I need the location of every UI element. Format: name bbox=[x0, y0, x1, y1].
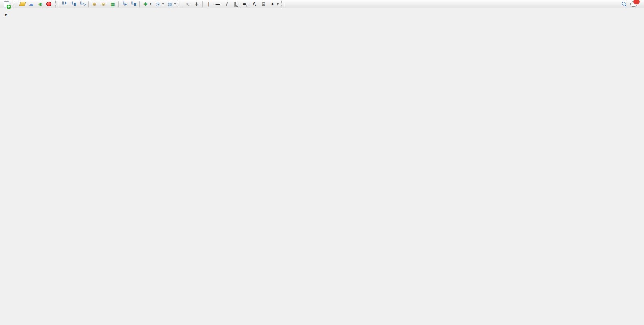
cursor-button[interactable]: ↖ bbox=[183, 0, 192, 8]
notification-badge bbox=[633, 0, 640, 4]
auto-scroll-icon: ╙▸ bbox=[121, 1, 128, 7]
clock-icon: ◷ bbox=[155, 1, 161, 7]
text-button[interactable]: A bbox=[250, 0, 259, 8]
new-order-button[interactable] bbox=[2, 0, 13, 8]
crosshair-icon: ✛ bbox=[194, 1, 200, 7]
chart-shift-button[interactable]: ╙▪ bbox=[129, 0, 138, 8]
arrows-icon: ✦ bbox=[269, 1, 276, 7]
arrows-button[interactable]: ✦▾ bbox=[268, 0, 280, 8]
fibonacci-button[interactable]: ≡F bbox=[241, 0, 250, 8]
profile-icon: ☁ bbox=[28, 1, 34, 7]
toolbar-separator bbox=[202, 1, 203, 7]
text-label-icon: ⌸ bbox=[260, 1, 266, 7]
chart-canvas[interactable] bbox=[0, 0, 644, 325]
new-order-icon bbox=[4, 1, 9, 7]
indicators-icon: ✚ bbox=[142, 1, 148, 7]
zoom-in-button[interactable]: ⊕ bbox=[90, 0, 99, 8]
vertical-line-icon: | bbox=[206, 1, 212, 7]
toolbar-grip bbox=[281, 1, 285, 7]
horizontal-line-icon: — bbox=[215, 1, 221, 7]
template-icon: ▧ bbox=[167, 1, 173, 7]
channel-icon: ∥E bbox=[233, 1, 239, 7]
periods-button[interactable]: ◷▾ bbox=[153, 0, 165, 8]
trendline-icon: ∕ bbox=[224, 1, 230, 7]
styler-button[interactable] bbox=[18, 0, 27, 8]
indicators-button[interactable]: ✚▾ bbox=[141, 0, 153, 8]
search-icon bbox=[621, 1, 627, 7]
chevron-down-icon: ▾ bbox=[174, 2, 176, 6]
templates-button[interactable]: ▧▾ bbox=[165, 0, 177, 8]
horizontal-line-button[interactable]: — bbox=[213, 0, 222, 8]
auto-trading-icon bbox=[46, 2, 51, 6]
bar-chart-icon: ╙╹ bbox=[61, 1, 67, 7]
auto-trading-button[interactable] bbox=[45, 0, 54, 8]
toolbar: ☁ ◉ ╙╹ ╙▮ ╙∿ ⊕ ⊖ ▦ ╙▸ ╙▪ ✚▾ ◷▾ ▧▾ ↖ ✛ | … bbox=[0, 0, 644, 8]
styler-icon bbox=[19, 2, 26, 6]
candlestick-button[interactable]: ╙▮ bbox=[69, 0, 78, 8]
channel-button[interactable]: ∥E bbox=[231, 0, 241, 8]
tile-windows-button[interactable]: ▦ bbox=[108, 0, 117, 8]
toolbar-separator bbox=[88, 1, 89, 7]
chart-shift-icon: ╙▪ bbox=[131, 1, 137, 7]
zoom-in-icon: ⊕ bbox=[91, 1, 97, 7]
chevron-down-icon: ▾ bbox=[150, 2, 151, 6]
toolbar-separator bbox=[118, 1, 119, 7]
zoom-out-button[interactable]: ⊖ bbox=[99, 0, 108, 8]
line-chart-icon: ╙∿ bbox=[80, 1, 86, 7]
crosshair-button[interactable]: ✛ bbox=[192, 0, 201, 8]
bar-chart-button[interactable]: ╙╹ bbox=[60, 0, 69, 8]
fibonacci-icon: ≡F bbox=[242, 1, 248, 7]
line-chart-button[interactable]: ╙∿ bbox=[78, 0, 87, 8]
notifications-button[interactable] bbox=[629, 0, 639, 8]
text-icon: A bbox=[251, 1, 257, 7]
chevron-down-icon: ▾ bbox=[277, 2, 279, 6]
search-button[interactable] bbox=[620, 0, 629, 8]
zoom-out-icon: ⊖ bbox=[100, 1, 107, 7]
cursor-icon: ↖ bbox=[185, 1, 191, 7]
toolbar-grip bbox=[179, 1, 182, 7]
signals-button[interactable]: ◉ bbox=[36, 0, 45, 8]
profile-button[interactable]: ☁ bbox=[27, 0, 36, 8]
text-label-button[interactable]: ⌸ bbox=[259, 0, 268, 8]
chat-icon bbox=[630, 1, 637, 7]
auto-scroll-button[interactable]: ╙▸ bbox=[120, 0, 129, 8]
trendline-button[interactable]: ∕ bbox=[222, 0, 231, 8]
toolbar-grip bbox=[55, 1, 59, 7]
vertical-line-button[interactable]: | bbox=[204, 0, 213, 8]
tile-windows-icon: ▦ bbox=[110, 1, 116, 7]
candlestick-icon: ╙▮ bbox=[70, 1, 77, 7]
terminal-window: ☁ ◉ ╙╹ ╙▮ ╙∿ ⊕ ⊖ ▦ ╙▸ ╙▪ ✚▾ ◷▾ ▧▾ ↖ ✛ | … bbox=[0, 0, 644, 325]
toolbar-grip bbox=[14, 1, 17, 7]
chevron-down-icon: ▾ bbox=[162, 2, 164, 6]
signals-icon: ◉ bbox=[37, 1, 43, 7]
toolbar-separator bbox=[139, 1, 140, 7]
